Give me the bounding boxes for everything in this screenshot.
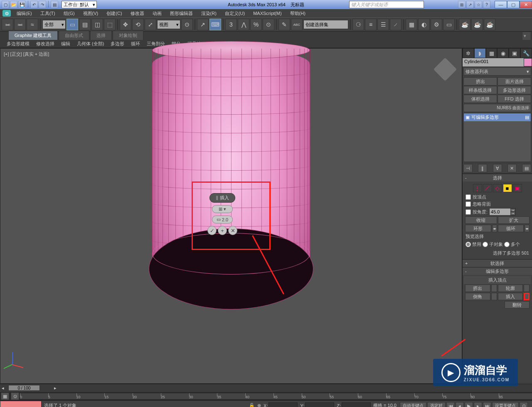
key-mode-icon[interactable]: ⊙ [520,402,528,407]
set-key-button[interactable]: 设置关键点 [492,402,519,407]
loop-button[interactable]: 循环 [498,225,524,232]
prev-frame-icon[interactable]: ◂ [456,402,464,407]
so-edge-icon[interactable]: ／ [483,184,492,192]
render-iter-icon[interactable]: ☕ [471,19,483,30]
mod-btn-spline[interactable]: 样条线选择 [463,86,497,94]
object-color-swatch[interactable] [524,58,532,66]
undo-icon[interactable]: ↶ [30,1,38,8]
x-coord-input[interactable] [268,402,298,407]
menu-create[interactable]: 创建(C) [102,10,126,17]
ribbon-sub-item[interactable]: 几何体 (全部) [74,40,107,48]
angle-snap-icon[interactable]: ⋀ [238,19,249,30]
ribbon-tab-paint[interactable]: 对象绘制 [113,31,143,40]
utilities-tab-icon[interactable]: 🔧 [520,48,532,58]
menu-modifiers[interactable]: 修改器 [126,10,148,17]
about-icon[interactable]: ⊞ [458,1,466,8]
help-icon[interactable]: ? [483,1,490,8]
ring-button[interactable]: 环形 [465,225,491,232]
caddy-ok-button[interactable]: ✓ [207,226,217,235]
transform-lock-icon[interactable]: ⊕ [257,403,261,407]
modify-tab-icon[interactable]: ◗ [474,48,486,58]
ribbon-sub-item[interactable]: 修改选择 [33,40,58,48]
goto-end-icon[interactable]: ⏭ [483,402,491,407]
play-icon[interactable]: ▶ [465,402,473,407]
pin-stack-icon[interactable]: ⊣ [463,164,473,172]
display-tab-icon[interactable]: ▣ [509,48,520,58]
caddy-title[interactable]: ‖ 插入 [209,193,235,203]
show-end-icon[interactable]: ‖ [478,164,487,172]
keyboard-shortcut-icon[interactable]: ⌨ [209,19,221,30]
bind-tool-icon[interactable]: ≈ [27,19,38,30]
time-slider[interactable]: 0 / 100 [8,385,40,391]
refcoord-dropdown[interactable]: 视图 [157,20,180,29]
cylinder-object[interactable] [148,49,314,273]
caddy-apply-button[interactable]: + [218,226,227,235]
open-icon[interactable]: 📂 [10,1,17,8]
selection-filter-dropdown[interactable]: 全部 [42,20,66,29]
help-search-input[interactable]: 键入关键字或短语 [349,1,424,8]
object-name-input[interactable]: Cylinder001 [463,58,524,66]
link-icon[interactable]: ↗ [466,1,474,8]
caddy-cancel-button[interactable]: ✕ [228,226,237,235]
redo-icon[interactable]: ↷ [39,1,46,8]
mod-btn-poly[interactable]: 多边形选择 [498,86,531,94]
outline-settings-button[interactable] [524,284,530,292]
mirror-icon[interactable]: ⚆ [352,19,364,30]
loop-spinner[interactable]: ◂▸ [525,225,530,232]
time-next-icon[interactable]: ▸ [54,385,57,391]
ring-spinner[interactable]: ◂▸ [492,225,497,232]
angle-spinner[interactable]: 45.0▴▾ [489,208,516,216]
bevel-button[interactable]: 倒角 [465,293,490,300]
rollout-edit-poly[interactable]: 编辑多边形 [463,267,532,275]
rollout-selection[interactable]: 选择 [463,174,532,181]
select-tool-icon[interactable]: ▭ [66,19,78,30]
menu-customize[interactable]: 自定义(U) [221,10,249,17]
expand-icon[interactable]: ▣ [466,115,470,120]
bevel-settings-button[interactable] [491,293,497,300]
mod-btn-patch[interactable]: 面片选择 [498,77,531,86]
mod-btn-vol[interactable]: 体积选择 [463,95,497,103]
minimize-button[interactable]: — [495,1,507,8]
workspace-dropdown[interactable]: 工作台: 默认 [62,1,97,8]
new-icon[interactable]: ▢ [2,1,9,8]
z-coord-input[interactable] [342,402,371,407]
remove-mod-icon[interactable]: ✕ [507,164,517,172]
extrude-button[interactable]: 挤出 [465,284,490,292]
inset-button[interactable]: 插入 [498,293,523,300]
mod-btn-extrude[interactable]: 挤出 [463,77,497,86]
track-expand-icon[interactable]: ▦ [1,392,9,400]
save-icon[interactable]: 💾 [18,1,26,8]
stack-item-editpoly[interactable]: ▣ 可编辑多边形 ▤ [464,113,531,121]
modifier-stack[interactable]: ▣ 可编辑多边形 ▤ [463,113,531,162]
render-prod-icon[interactable]: ☕ [459,19,470,30]
lock-icon[interactable]: 🔓 [249,403,255,407]
y-coord-input[interactable] [305,402,334,407]
pivot-center-icon[interactable]: ⊙ [181,19,193,30]
maximize-button[interactable]: ▢ [507,1,520,8]
ribbon-collapse-icon[interactable]: ▾ [522,32,531,40]
menu-grapheditors[interactable]: 图形编辑器 [166,10,197,17]
motion-tab-icon[interactable]: ◉ [497,48,509,58]
snap-3-icon[interactable]: 3 [225,19,237,30]
maxscript-button[interactable] [0,401,42,407]
percent-snap-icon[interactable]: % [250,19,262,30]
by-angle-checkbox[interactable] [466,209,471,215]
rotate-tool-icon[interactable]: ⟲ [132,19,144,30]
named-sel-edit-icon[interactable]: ✎ [278,19,290,30]
time-prev-icon[interactable]: ◂ [2,385,4,391]
track-key-icon[interactable]: ⊙ [11,392,19,400]
align-icon[interactable]: ≡ [365,19,377,30]
create-tab-icon[interactable]: ✲ [463,48,474,58]
so-polygon-icon[interactable]: ■ [503,184,512,192]
auto-key-button[interactable]: 自动关键点 [400,402,426,407]
render-icon[interactable]: ☕ [484,19,495,30]
menu-views[interactable]: 视图(V) [79,10,103,17]
viewport-label[interactable]: [+] [正交] [真实 + 边面] [4,51,49,57]
preview-multi-radio[interactable] [504,242,510,247]
menu-tools[interactable]: 工具(T) [36,10,59,17]
star-icon[interactable]: ☆ [475,1,482,8]
manipulate-icon[interactable]: ↗ [197,19,209,30]
selected-dropdown[interactable]: 选定对 [427,402,446,407]
menu-help[interactable]: 帮助(H) [286,10,310,17]
render-setup-icon[interactable]: ⚙ [431,19,442,30]
